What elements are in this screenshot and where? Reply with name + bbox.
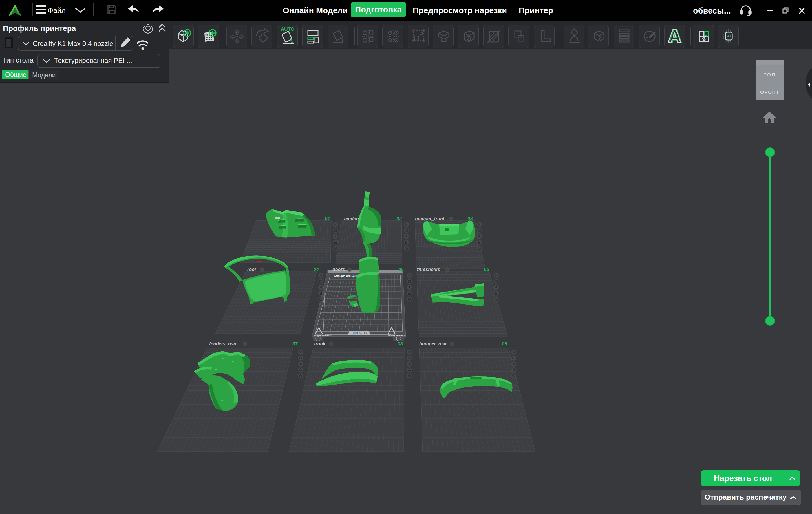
- svg-text:обвесы...: обвесы...: [693, 6, 731, 15]
- svg-text:06: 06: [484, 267, 489, 272]
- svg-text:fenders_rear: fenders_rear: [209, 341, 237, 346]
- svg-text:ФРОНТ: ФРОНТ: [760, 90, 779, 95]
- svg-text:03: 03: [467, 216, 473, 221]
- svg-text:trunk: trunk: [314, 341, 326, 346]
- svg-text:ТОП: ТОП: [764, 73, 776, 77]
- svg-text:Текстурированная PEI ...: Текстурированная PEI ...: [54, 57, 132, 64]
- svg-text:AUTO: AUTO: [281, 27, 294, 32]
- svg-text:Файл: Файл: [48, 6, 66, 15]
- svg-text:02: 02: [397, 216, 402, 221]
- svg-text:05: 05: [398, 267, 404, 272]
- svg-text:09: 09: [502, 341, 507, 346]
- svg-text:Тип стола: Тип стола: [3, 56, 33, 64]
- svg-text:bumper_rear: bumper_rear: [419, 341, 447, 346]
- svg-text:CREALITY: CREALITY: [353, 331, 367, 334]
- svg-text:Creality K1 Max 0.4 nozzle: Creality K1 Max 0.4 nozzle: [33, 40, 113, 47]
- svg-text:Warning hot surface: Warning hot surface: [314, 335, 331, 337]
- svg-text:doors: doors: [332, 267, 345, 272]
- svg-text:04: 04: [314, 267, 319, 272]
- svg-text:fenders: fenders: [344, 216, 360, 221]
- svg-text:AI: AI: [727, 34, 731, 38]
- svg-text:07: 07: [292, 341, 298, 346]
- svg-text:08: 08: [398, 341, 403, 346]
- svg-text:bumper_front: bumper_front: [415, 216, 445, 221]
- svg-text:roof: roof: [247, 267, 257, 272]
- svg-text:01: 01: [325, 216, 330, 221]
- svg-text:Warning hot surface: Warning hot surface: [388, 335, 406, 337]
- svg-text:thresholds: thresholds: [417, 267, 440, 272]
